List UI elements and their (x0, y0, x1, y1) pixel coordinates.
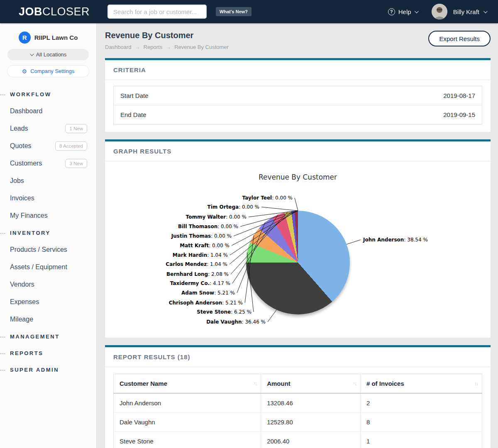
sidebar-section-inventory[interactable]: ---INVENTORY (0, 224, 96, 241)
pie-slice-label: Taylor Teel: 0.00 % (242, 195, 293, 201)
slice-percent: : 0.00 % (217, 224, 238, 229)
gear-icon: ⚙ (22, 68, 27, 74)
table-header-cell[interactable]: Amount↑↓ (261, 374, 361, 394)
chart-title: Revenue By Customer (105, 173, 491, 181)
user-name: Billy Kraft (453, 8, 479, 15)
sidebar-item-label: Leads (10, 125, 28, 132)
company-header: R RIIPL Lawn Co (0, 23, 96, 44)
sidebar-item-my-finances[interactable]: My Finances (0, 207, 96, 224)
app-logo-light: CLOSER (42, 5, 90, 18)
sidebar-item-dashboard[interactable]: Dashboard (0, 102, 96, 120)
sidebar-item-customers[interactable]: Customers3 New (0, 155, 96, 172)
slice-name: Taxidermy Co. (170, 280, 210, 286)
pie-chart-area: Revenue By Customer John Anderson: 38.54… (105, 161, 491, 338)
sidebar-item-leads[interactable]: Leads1 New (0, 120, 96, 137)
section-dashes-icon: --- (0, 367, 10, 372)
criteria-panel: CRITERIA Start Date2019-08-17End Date201… (105, 58, 491, 132)
page-title: Revenue By Customer (105, 31, 229, 40)
slice-name: Tim Ortega (208, 204, 239, 210)
table-row: Steve Stone2006.401 (114, 432, 482, 448)
slice-percent: : 5.21 % (222, 300, 243, 306)
pie-chart[interactable] (246, 211, 350, 314)
sort-icon[interactable]: ↑↓ (353, 381, 356, 387)
sidebar-item-invoices[interactable]: Invoices (0, 190, 96, 207)
criteria-label: Start Date (120, 92, 149, 99)
table-cell: 2006.40 (261, 432, 361, 448)
pie-slice-label: Bernhard Long: 2.08 % (166, 271, 229, 277)
sidebar-item-quotes[interactable]: Quotes8 Accepted (0, 137, 96, 155)
criteria-value: 2019-08-17 (443, 92, 475, 99)
app-logo[interactable]: JOBCLOSER (19, 5, 90, 18)
criteria-body: Start Date2019-08-17End Date2019-09-15 (105, 80, 491, 132)
export-results-button[interactable]: Export Results (428, 31, 491, 46)
table-header-cell[interactable]: # of Invoices↑↓ (360, 374, 482, 394)
top-navigation-bar: JOBCLOSER What's New? ? Help Billy Kraft (0, 0, 498, 23)
report-body: Customer Name↑↓Amount↑↓# of Invoices↑↓ J… (105, 367, 491, 448)
leader-line (347, 240, 361, 244)
column-label: Amount (267, 380, 290, 387)
pie-slice-label: Matt Kraft: 0.00 % (180, 243, 229, 248)
user-menu[interactable]: Billy Kraft (453, 8, 486, 15)
sort-icon[interactable]: ↑↓ (253, 381, 256, 387)
sidebar-item-label: Quotes (10, 142, 32, 150)
chevron-down-icon (483, 9, 488, 13)
criteria-value: 2019-09-15 (443, 111, 475, 118)
graph-panel-title: GRAPH RESULTS (105, 141, 491, 161)
sidebar-item-label: Customers (10, 160, 42, 167)
help-label: Help (398, 8, 411, 15)
sidebar-item-mileage[interactable]: Mileage (0, 311, 96, 328)
whats-new-button[interactable]: What's New? (216, 7, 251, 16)
page-header: Revenue By Customer Dashboard→Reports→Re… (105, 23, 491, 58)
slice-percent: : 0.00 % (239, 204, 259, 210)
breadcrumb-item[interactable]: Dashboard (105, 44, 132, 50)
sidebar-section-reports[interactable]: ---REPORTS (0, 345, 96, 361)
user-avatar[interactable] (432, 4, 447, 19)
slice-percent: : 4.17 % (210, 280, 230, 286)
sidebar-section-management[interactable]: ---MANAGEMENT (0, 328, 96, 345)
table-cell: 13208.46 (261, 393, 361, 413)
table-cell: Steve Stone (114, 432, 261, 448)
sort-icon[interactable]: ↑↓ (474, 381, 478, 387)
table-cell: 1 (360, 432, 482, 448)
status-badge: 3 New (65, 159, 87, 168)
search-input[interactable] (107, 5, 207, 19)
sidebar-item-jobs[interactable]: Jobs (0, 172, 96, 190)
slice-name: Adam Snow (181, 290, 214, 296)
slice-percent: : 0.00 % (209, 243, 229, 248)
help-menu[interactable]: ? Help (388, 8, 417, 15)
sidebar-section-super-admin[interactable]: ---SUPER ADMIN (0, 361, 96, 378)
slice-name: Steve Stone (197, 309, 231, 315)
sidebar-item-vendors[interactable]: Vendors (0, 276, 96, 293)
table-cell: John Anderson (114, 393, 261, 413)
company-settings-label: Company Settings (30, 68, 74, 74)
page-layout: R RIIPL Lawn Co All Locations ⚙ Company … (0, 0, 498, 448)
slice-percent: : 1.04 % (207, 261, 227, 267)
sidebar-item-expenses[interactable]: Expenses (0, 293, 96, 311)
breadcrumb: Dashboard→Reports→Revenue By Customer (105, 44, 229, 50)
section-label: REPORTS (10, 350, 43, 356)
company-settings-button[interactable]: ⚙ Company Settings (7, 66, 89, 77)
table-header-cell[interactable]: Customer Name↑↓ (114, 374, 261, 394)
company-logo-icon: R (19, 32, 31, 44)
criteria-row: End Date2019-09-15 (114, 105, 482, 124)
location-selector[interactable]: All Locations (7, 49, 89, 60)
leader-line (268, 310, 276, 322)
slice-name: Chrisoph Anderson (169, 300, 222, 306)
sidebar-item-assets-equipment[interactable]: Assets / Equipment (0, 258, 96, 276)
slice-percent: : 0.00 % (272, 195, 293, 201)
slice-name: Bill Thomason (178, 224, 217, 229)
pie-slice-label: Dale Vaughn: 36.46 % (206, 319, 266, 325)
avatar-image (432, 4, 447, 19)
sidebar-item-label: Expenses (10, 298, 39, 306)
breadcrumb-item[interactable]: Reports (144, 44, 163, 50)
page-header-left: Revenue By Customer Dashboard→Reports→Re… (105, 31, 229, 50)
sidebar-item-label: Mileage (10, 316, 33, 323)
pie-slice-label: Tommy Walter: 0.00 % (186, 214, 247, 220)
slice-name: Mark Hardin (173, 252, 207, 258)
sidebar-item-products-services[interactable]: Products / Services (0, 241, 96, 258)
sidebar-section-workflow[interactable]: ---WORKFLOW (0, 86, 96, 102)
report-panel-title: REPORT RESULTS (18) (105, 347, 491, 367)
slice-percent: : 38.54 % (404, 237, 427, 243)
app-logo-bold: JOB (19, 5, 42, 18)
column-label: Customer Name (120, 380, 167, 387)
